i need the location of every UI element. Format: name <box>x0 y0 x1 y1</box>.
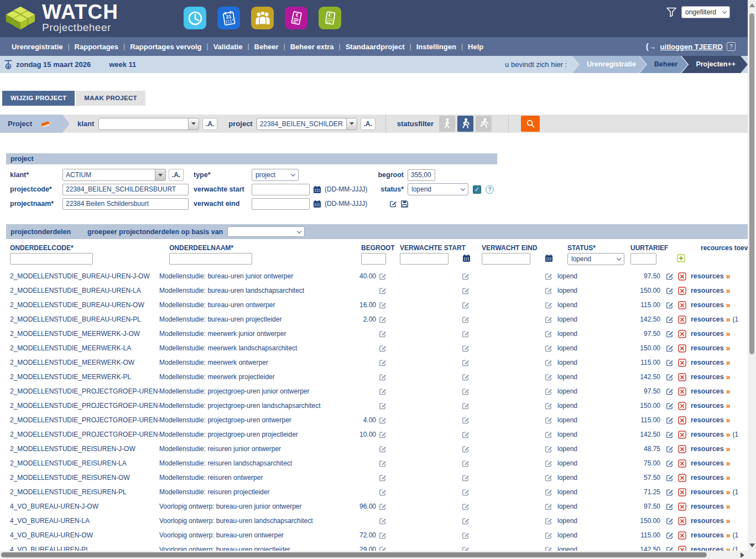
delete-onderdeel-icon[interactable] <box>678 459 686 468</box>
verwachte-start-edit-icon[interactable] <box>462 402 470 410</box>
verwachte-start-edit-icon[interactable] <box>462 517 470 525</box>
begroot-edit-icon[interactable] <box>379 330 387 338</box>
delete-onderdeel-icon[interactable] <box>678 359 686 367</box>
save-project-icon[interactable] <box>400 200 409 208</box>
nav-item-instellingen[interactable]: Instellingen <box>416 43 456 51</box>
resources-link[interactable]: resources <box>691 503 724 510</box>
verwachte-start-edit-icon[interactable] <box>462 531 470 539</box>
uurtarief-edit-icon[interactable] <box>666 488 674 496</box>
double-chevron-icon[interactable]: » <box>726 516 731 525</box>
double-chevron-icon[interactable]: » <box>726 502 731 511</box>
status-select[interactable]: lopend <box>408 183 468 195</box>
begroot-edit-icon[interactable] <box>379 517 387 525</box>
delete-onderdeel-icon[interactable] <box>678 402 686 410</box>
begroot-edit-icon[interactable] <box>379 387 387 395</box>
verwachte-start-edit-icon[interactable] <box>462 330 470 338</box>
projectnaam-input[interactable] <box>62 198 189 210</box>
delete-onderdeel-icon[interactable] <box>678 387 686 396</box>
scroll-up-arrow-icon[interactable] <box>749 3 755 7</box>
delete-onderdeel-icon[interactable] <box>678 517 686 525</box>
calendar-icon[interactable]: 21 <box>217 7 240 29</box>
klant-dropdown-arrow[interactable] <box>188 118 199 130</box>
calendar-picker-icon[interactable] <box>313 200 321 208</box>
uurtarief-edit-icon[interactable] <box>666 474 674 482</box>
double-chevron-icon[interactable]: » <box>726 430 731 439</box>
verwacht-eind-edit-icon[interactable] <box>545 431 552 438</box>
resources-link[interactable]: resources <box>691 301 724 309</box>
klant-input[interactable] <box>63 169 155 180</box>
begroot-edit-icon[interactable] <box>379 287 387 294</box>
group-by-select[interactable] <box>227 226 305 237</box>
clock-icon[interactable] <box>184 7 206 29</box>
verwacht-eind-edit-icon[interactable] <box>545 330 552 338</box>
verwachte-start-edit-icon[interactable] <box>462 373 470 381</box>
type-select[interactable]: project <box>252 169 299 181</box>
klant-combo-arrow[interactable] <box>155 169 165 180</box>
resources-link[interactable]: resources <box>691 445 724 453</box>
double-chevron-icon[interactable]: » <box>726 315 731 324</box>
verwacht-eind-edit-icon[interactable] <box>545 402 552 410</box>
uurtarief-edit-icon[interactable] <box>666 387 674 395</box>
verwachte-start-edit-icon[interactable] <box>462 315 470 323</box>
filter-begroot-input[interactable] <box>361 253 386 265</box>
verwachte-start-edit-icon[interactable] <box>462 344 470 352</box>
person-running-icon[interactable] <box>476 116 492 132</box>
begroot-edit-icon[interactable] <box>379 315 387 323</box>
uurtarief-edit-icon[interactable] <box>666 517 674 525</box>
begroot-edit-icon[interactable] <box>379 445 387 453</box>
nav-item-rapportages-vervolg[interactable]: Rapportages vervolg <box>130 43 201 51</box>
search-button[interactable] <box>521 116 540 132</box>
double-chevron-icon[interactable]: » <box>726 444 731 453</box>
breadcrumb-projectenplusplus[interactable]: Projecten++ <box>681 56 748 73</box>
tab-maak-project[interactable]: MAAK PROJECT <box>76 91 145 106</box>
verwachte-start-edit-icon[interactable] <box>462 459 470 467</box>
verwacht-eind-edit-icon[interactable] <box>545 488 552 496</box>
vertical-scrollbar-thumb[interactable] <box>749 13 754 354</box>
verwacht-eind-edit-icon[interactable] <box>545 315 552 323</box>
double-chevron-icon[interactable]: » <box>726 401 731 410</box>
verwacht-eind-edit-icon[interactable] <box>545 517 552 525</box>
vertical-scrollbar[interactable] <box>748 0 756 551</box>
delete-onderdeel-icon[interactable] <box>678 330 686 338</box>
scroll-right-arrow-icon[interactable] <box>741 552 744 558</box>
filter-onderdeelnaam-input[interactable] <box>169 253 252 265</box>
resources-link[interactable]: resources <box>691 459 724 467</box>
uurtarief-edit-icon[interactable] <box>666 315 674 323</box>
double-chevron-icon[interactable]: » <box>726 344 731 353</box>
begroot-edit-icon[interactable] <box>379 402 387 410</box>
uurtarief-edit-icon[interactable] <box>666 459 674 467</box>
nav-item-validatie[interactable]: Validatie <box>213 43 243 51</box>
edit-project-icon[interactable] <box>389 200 397 208</box>
verwacht-eind-edit-icon[interactable] <box>545 387 552 395</box>
uurtarief-edit-icon[interactable] <box>666 431 674 438</box>
verwachte-start-edit-icon[interactable] <box>462 474 470 482</box>
double-chevron-icon[interactable]: » <box>726 416 731 425</box>
resources-link[interactable]: resources <box>691 474 724 482</box>
resources-link[interactable]: resources <box>691 344 724 352</box>
verwachte-start-edit-icon[interactable] <box>462 359 470 366</box>
filter-status-select[interactable]: lopend <box>567 253 624 265</box>
verwacht-eind-edit-icon[interactable] <box>545 272 552 280</box>
verwacht-eind-edit-icon[interactable] <box>545 503 552 510</box>
delete-onderdeel-icon[interactable] <box>678 488 686 496</box>
tab-wijzig-project[interactable]: WIJZIG PROJECT <box>2 91 75 106</box>
verwacht-eind-edit-icon[interactable] <box>545 416 552 424</box>
project-filter-input[interactable] <box>257 118 346 130</box>
verwachte-start-edit-icon[interactable] <box>462 503 470 510</box>
delete-onderdeel-icon[interactable] <box>678 531 686 540</box>
begroot-edit-icon[interactable] <box>379 474 387 482</box>
resources-link[interactable]: resources <box>691 287 724 294</box>
eraser-icon[interactable] <box>40 120 51 128</box>
double-chevron-icon[interactable]: » <box>726 531 731 540</box>
delete-onderdeel-icon[interactable] <box>678 503 686 511</box>
calculator-euro-icon[interactable]: € <box>319 7 341 29</box>
double-chevron-icon[interactable]: » <box>726 329 731 338</box>
uurtarief-edit-icon[interactable] <box>666 416 674 424</box>
verwachte-start-edit-icon[interactable] <box>462 387 470 395</box>
verwachte-start-edit-icon[interactable] <box>462 301 470 309</box>
double-chevron-icon[interactable]: » <box>726 286 731 295</box>
begroot-edit-icon[interactable] <box>379 503 387 510</box>
uurtarief-edit-icon[interactable] <box>666 272 674 280</box>
form-klant-az-button[interactable]: .A. <box>169 169 184 181</box>
uurtarief-edit-icon[interactable] <box>666 445 674 453</box>
